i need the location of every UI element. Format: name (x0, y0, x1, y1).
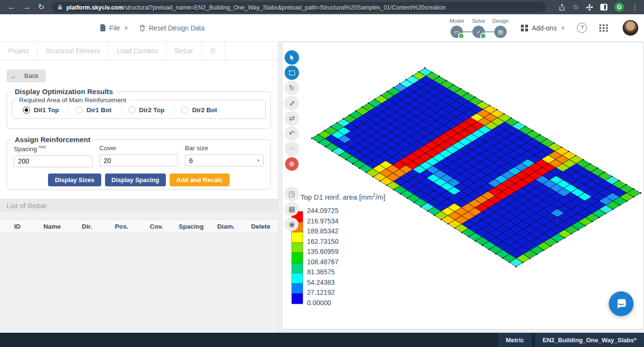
radio-dit1-top[interactable]: Dit1 Top (16, 106, 68, 115)
radio-label: Dir1 Bot (87, 106, 112, 114)
tab-load-combos[interactable]: Load Combos (109, 42, 167, 60)
tab-settings[interactable]: ⚙ (202, 42, 224, 60)
check-badge-icon: ✓ (480, 33, 486, 39)
legend-value: 54.24383 (307, 278, 338, 288)
status-bar: Metric EN2_Building_One_Way_Slabs* (0, 333, 644, 347)
stepper-label: Design (490, 18, 511, 25)
bar-size-value: 6 (189, 157, 193, 164)
display-spacing-button[interactable]: Display Spacing (105, 174, 166, 186)
visibility-toggle-icon: ◉ (288, 220, 295, 229)
undo-button[interactable]: ↶ (285, 127, 298, 140)
rotate-view-button[interactable]: ↻ (285, 81, 298, 95)
file-menu-label: File (109, 24, 120, 32)
visibility-toggle-button[interactable]: ◉ (285, 218, 298, 231)
spacing-input[interactable] (14, 155, 93, 167)
extensions-puzzle-icon[interactable] (586, 4, 593, 11)
spacing-label: Spacing mm (14, 145, 93, 153)
radio-circle[interactable] (128, 106, 135, 114)
browser-profile-badge[interactable]: G (615, 2, 624, 12)
swap-direction-icon: ⇄ (289, 114, 295, 123)
mesh-toggle-button[interactable]: ▦ (285, 202, 298, 216)
stepper-label: Model (446, 18, 468, 25)
display-sizes-button[interactable]: Display Sizes (48, 174, 101, 186)
chevron-down-icon: ∨ (561, 25, 565, 31)
chat-bubble-icon (615, 298, 627, 310)
radio-dir2-bot[interactable]: Dir2 Bot (174, 106, 227, 115)
browser-chrome: ← → ↻ platform.skyciv.com/structural?pre… (0, 0, 644, 14)
display-optimization-section: Display Optimization Results Required Ar… (7, 87, 271, 129)
radio-circle[interactable] (23, 106, 30, 114)
tab-structural-element[interactable]: Structural Element (38, 42, 109, 60)
units-toggle[interactable]: Metric (498, 333, 531, 347)
reinforcement-radio-group: Dit1 TopDir1 BotDir2 TopDir2 Bot (16, 104, 261, 116)
share-icon[interactable] (558, 4, 566, 11)
stepper-design[interactable]: Design▤ (490, 18, 511, 38)
stepper-label: Solve (468, 18, 490, 25)
cancel-selection-button[interactable]: ⊗ (285, 157, 298, 171)
legend-swatch (292, 283, 303, 294)
solve-icon: ✓✓ (472, 26, 485, 38)
browser-sidepanel-icon[interactable] (600, 4, 607, 10)
file-icon (100, 24, 106, 31)
scale-view-button[interactable]: ↔ (285, 96, 298, 110)
radio-circle[interactable] (181, 106, 188, 114)
rotate-view-icon: ↻ (289, 84, 295, 92)
col-id: ID (0, 223, 35, 230)
heatmap-legend-title: Top D1 reinf. area [mm2/m] (300, 193, 385, 201)
left-panel: ProjectStructural ElementLoad CombosReba… (0, 42, 279, 333)
browser-back-icon[interactable]: ← (8, 0, 15, 14)
help-button[interactable]: ? (577, 23, 587, 33)
heatmap-scale-labels: 244.09725216.97534189.85342162.73150135.… (307, 206, 338, 308)
panel-tabs: ProjectStructural ElementLoad CombosReba… (0, 42, 278, 60)
browser-forward-icon[interactable]: → (23, 0, 30, 14)
trash-icon (139, 25, 145, 31)
legend-value: 135.60959 (307, 247, 338, 257)
stepper-model[interactable]: Model▭✓ (446, 18, 468, 38)
check-badge-icon: ✓ (458, 33, 464, 39)
col-dir: Dir. (69, 223, 104, 230)
apps-grid-icon[interactable] (599, 24, 608, 32)
required-area-legend: Required Area of Main Reinforcement (16, 96, 129, 104)
tab-project[interactable]: Project (0, 42, 38, 60)
user-avatar[interactable] (623, 20, 638, 36)
box-select-button[interactable] (285, 66, 299, 80)
rebar-list-section: List of Rebar IDNameDir.Pos.Cov.SpacingD… (0, 199, 278, 333)
tab-rebar[interactable]: Rebar (167, 42, 202, 60)
back-button[interactable]: ← Back (7, 69, 46, 82)
back-arrow-icon: ← (7, 72, 21, 80)
project-name[interactable]: EN2_Building_One_Way_Slabs* (535, 333, 644, 347)
radio-circle[interactable] (76, 106, 83, 114)
rebar-table-header: IDNameDir.Pos.Cov.SpacingDiam.Delete (0, 219, 278, 233)
cancel-selection-icon: ⊗ (289, 160, 295, 168)
assign-reinforcement-legend: Assign Reinforcement (12, 135, 93, 144)
snap-points-button[interactable]: ∷∷ (285, 142, 298, 155)
mesh-toggle-icon: ▦ (288, 205, 295, 213)
chat-widget-button[interactable] (609, 291, 634, 316)
addons-label: Add-ons (532, 24, 557, 32)
back-button-label: Back (21, 72, 46, 79)
cover-input[interactable] (99, 154, 178, 166)
reset-design-data-button[interactable]: Reset Design Data (139, 14, 205, 41)
bookmark-star-icon[interactable]: ☆ (573, 3, 579, 11)
radio-dir1-bot[interactable]: Dir1 Bot (68, 106, 121, 115)
legend-swatch (292, 232, 303, 242)
design-icon: ▤ (494, 26, 507, 38)
screenshot-button[interactable]: ◳ (285, 187, 298, 201)
addons-menu[interactable]: Add-ons ∨ (521, 14, 565, 41)
file-menu[interactable]: File ∨ (100, 14, 128, 41)
url-text: platform.skyciv.com/structural?preload_n… (66, 3, 445, 11)
select-pointer-button[interactable] (285, 50, 299, 65)
address-bar[interactable]: platform.skyciv.com/structural?preload_n… (52, 2, 546, 12)
radio-label: Dit1 Top (34, 106, 59, 114)
radio-dir2-top[interactable]: Dir2 Top (121, 106, 174, 115)
cover-label: Cover (99, 145, 178, 152)
display-optimization-legend: Display Optimization Results (12, 87, 116, 96)
stepper-solve[interactable]: Solve✓✓ (468, 18, 490, 38)
swap-direction-button[interactable]: ⇄ (285, 112, 298, 125)
col-delete: Delete (243, 223, 278, 230)
add-and-recalc-button[interactable]: Add and Recalc (170, 174, 230, 186)
legend-swatch (292, 242, 303, 253)
bar-size-select[interactable]: 6 ▾ (185, 154, 264, 166)
browser-reload-icon[interactable]: ↻ (38, 0, 44, 14)
browser-menu-kebab-icon[interactable]: ⋮ (631, 3, 638, 11)
